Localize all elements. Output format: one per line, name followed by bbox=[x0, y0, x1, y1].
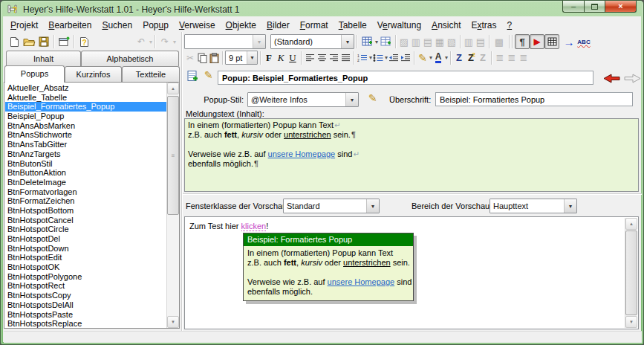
menu-extras[interactable]: Extras bbox=[466, 19, 501, 32]
insert-row-button[interactable]: ▦ bbox=[434, 34, 446, 49]
nav-back-button[interactable] bbox=[603, 74, 620, 83]
project-help-button[interactable]: ? bbox=[77, 34, 91, 49]
preview-scrollbar[interactable]: ▲ ▼ bbox=[625, 218, 637, 328]
increase-indent-button[interactable] bbox=[400, 51, 412, 65]
edit-style-button[interactable]: ✎ bbox=[368, 92, 377, 104]
list-item[interactable]: BtnHotspotsPaste bbox=[5, 310, 166, 320]
cut-button[interactable]: ✂ bbox=[184, 51, 196, 65]
window-class-combo[interactable]: Standard ▾ bbox=[283, 199, 380, 213]
spellcheck-button[interactable]: ABC bbox=[576, 34, 591, 49]
preview-area[interactable]: Zum Test hier klicken! Beispiel: Formati… bbox=[184, 216, 639, 329]
tab-kurzinfos[interactable]: Kurzinfos bbox=[65, 66, 122, 82]
list-item[interactable]: BtnButtonAktion bbox=[5, 168, 166, 178]
list-item[interactable]: BtnAnsStichworte bbox=[5, 130, 166, 140]
align-center-button[interactable] bbox=[316, 51, 328, 65]
delete-row-button[interactable]: ▧ bbox=[446, 34, 458, 49]
insert-table-button[interactable] bbox=[378, 34, 393, 49]
paste-button[interactable] bbox=[208, 51, 220, 65]
scroll-thumb[interactable] bbox=[625, 230, 637, 315]
decrease-indent-button[interactable] bbox=[388, 51, 400, 65]
list-item[interactable]: BtnHotspotEdit bbox=[5, 253, 166, 262]
show-paragraph-marks-toggle[interactable]: ¶ bbox=[515, 34, 530, 49]
auto-line-break-button[interactable]: Z2 bbox=[465, 51, 477, 65]
delete-column-button[interactable]: ▤ bbox=[422, 34, 434, 49]
highlight-button[interactable]: ✎ bbox=[417, 51, 429, 65]
chevron-down-icon[interactable]: ▾ bbox=[341, 35, 354, 48]
line-break-button[interactable]: Z bbox=[453, 51, 465, 65]
minimize-button[interactable]: – bbox=[562, 1, 584, 13]
heading-input[interactable] bbox=[435, 92, 633, 106]
show-hotspots-toggle[interactable]: ▶ bbox=[530, 34, 544, 49]
list-item[interactable]: BtnHotspotCancel bbox=[5, 216, 166, 225]
close-button[interactable]: × bbox=[605, 1, 637, 13]
menu-tabelle[interactable]: Tabelle bbox=[334, 19, 372, 32]
move-column-button[interactable]: ▥ bbox=[463, 34, 475, 49]
nav-forward-button[interactable] bbox=[624, 74, 641, 83]
edit-popup-name-button[interactable]: ✎ bbox=[204, 69, 213, 81]
test-link[interactable]: klicken bbox=[241, 222, 267, 231]
list-item[interactable]: BtnHotspotOK bbox=[5, 262, 166, 272]
menu-suchen[interactable]: Suchen bbox=[97, 19, 137, 32]
tab-popups[interactable]: Popups bbox=[4, 65, 65, 83]
align-right-button[interactable] bbox=[328, 51, 339, 65]
notebook-add-button[interactable] bbox=[186, 70, 198, 82]
new-table-button[interactable] bbox=[360, 34, 374, 49]
show-table-grid-toggle[interactable] bbox=[544, 34, 559, 49]
redo-button[interactable]: ↷ bbox=[157, 34, 172, 49]
list-item[interactable]: BtnHotspotBottom bbox=[5, 206, 166, 216]
tab-alphabetisch[interactable]: Alphabetisch bbox=[81, 51, 179, 66]
font-size-combo[interactable]: 9 pt ▾ bbox=[225, 51, 258, 65]
tab-textteile[interactable]: Textteile bbox=[122, 66, 180, 82]
menu-objekte[interactable]: Objekte bbox=[221, 19, 261, 32]
undo-button[interactable]: ↶ bbox=[134, 34, 149, 49]
paragraph-marks-button[interactable]: ≣ bbox=[506, 51, 518, 65]
no-line-break-button[interactable]: Z bbox=[477, 51, 489, 65]
list-item[interactable]: BtnHotspotCircle bbox=[5, 225, 166, 234]
scroll-up-button[interactable]: ▲ bbox=[167, 83, 179, 94]
format-template-combo[interactable]: (Standard) ▾ bbox=[270, 34, 354, 49]
list-item[interactable]: BtnAnsTabGitter bbox=[5, 140, 166, 149]
copy-button[interactable] bbox=[196, 51, 208, 65]
edit-table-button[interactable]: ▨ bbox=[398, 34, 410, 49]
list-item[interactable]: Beispiel_Formatiertes_Popup bbox=[5, 102, 166, 112]
list-item[interactable]: BtnFormatvorlagen bbox=[5, 187, 166, 197]
properties-button[interactable] bbox=[56, 34, 71, 49]
pane-splitter[interactable] bbox=[181, 32, 182, 331]
font-color-dropdown[interactable]: ▾ bbox=[445, 54, 448, 61]
table-search-button[interactable]: ▩ bbox=[492, 34, 507, 49]
save-button[interactable] bbox=[36, 34, 51, 49]
scroll-up-button[interactable]: ▲ bbox=[625, 218, 637, 230]
menu-bilder[interactable]: Bilder bbox=[261, 19, 295, 32]
message-editor[interactable]: In einem (formatierten) Popup kann Text↵… bbox=[184, 118, 639, 192]
scroll-down-button[interactable]: ▼ bbox=[625, 316, 637, 328]
paragraph-style-combo[interactable]: ▾ bbox=[184, 34, 266, 49]
insert-column-button[interactable]: ▥ bbox=[410, 34, 422, 49]
menu-projekt[interactable]: Projekt bbox=[5, 19, 43, 32]
homepage-link[interactable]: unsere Homepage bbox=[328, 277, 395, 286]
list-item[interactable]: BtnHotspotDel bbox=[5, 234, 166, 244]
menu-help[interactable]: ? bbox=[502, 19, 518, 32]
menu-ansicht[interactable]: Ansicht bbox=[426, 19, 466, 32]
bullet-list-button[interactable] bbox=[372, 51, 384, 65]
chevron-down-icon[interactable]: ▾ bbox=[253, 35, 265, 48]
font-color-button[interactable]: A bbox=[432, 51, 444, 65]
italic-button[interactable]: K bbox=[275, 51, 287, 65]
chevron-down-icon[interactable]: ▾ bbox=[345, 93, 358, 106]
goto-target-button[interactable]: → bbox=[562, 34, 576, 49]
list-item[interactable]: BtnHotspotRect bbox=[5, 281, 166, 291]
menu-popup[interactable]: Popup bbox=[137, 19, 174, 32]
preview-region-combo[interactable]: Haupttext ▾ bbox=[489, 199, 577, 213]
maximize-button[interactable] bbox=[584, 1, 605, 13]
align-justify-button[interactable] bbox=[339, 51, 351, 65]
chevron-down-icon[interactable]: ▾ bbox=[564, 199, 576, 213]
menu-verweise[interactable]: Verweise bbox=[174, 19, 221, 32]
list-item[interactable]: BtnHotspotsCopy bbox=[5, 291, 166, 300]
bold-button[interactable]: F bbox=[263, 51, 275, 65]
list-item[interactable]: BtnHotspotsDelAll bbox=[5, 300, 166, 310]
list-item[interactable]: BtnButonStil bbox=[5, 159, 166, 169]
align-left-button[interactable] bbox=[304, 51, 316, 65]
list-item[interactable]: BtnFormatZeichen bbox=[5, 196, 166, 206]
numbered-list-button[interactable]: 12 bbox=[357, 51, 368, 65]
move-row-button[interactable]: ▤ bbox=[475, 34, 487, 49]
paragraph-compress-button[interactable]: ≣ bbox=[518, 51, 530, 65]
